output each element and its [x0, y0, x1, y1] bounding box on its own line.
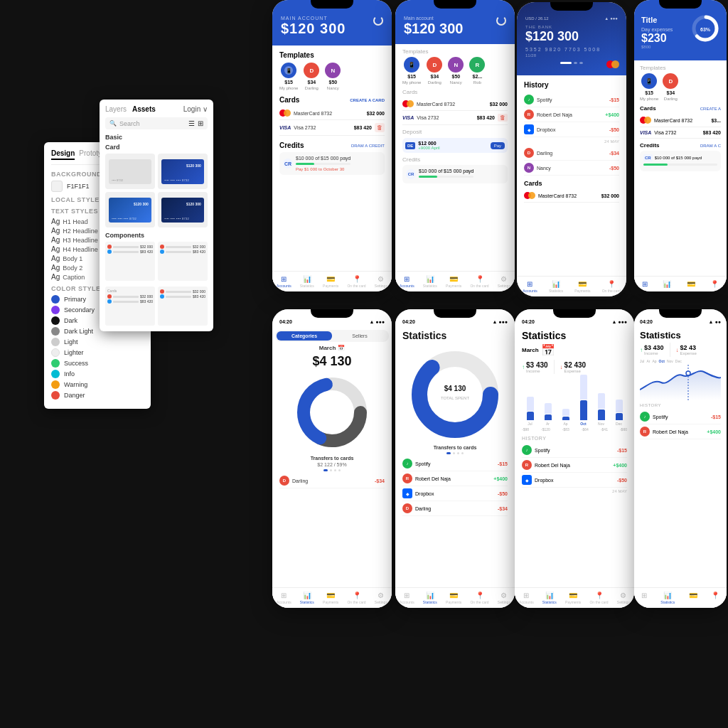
donut-chart-6: $4 130 TOTAL SPENT [395, 348, 515, 441]
nav8-payments[interactable]: 💳 [689, 592, 697, 604]
transfers-label-6: Transfers to cards [395, 445, 515, 450]
phone-stats-bar: 04:20 ▲●●● Statistics March 📅 ↑ $3 430 I… [515, 309, 634, 608]
svg-text:63%: 63% [700, 27, 711, 32]
phone-notch-7 [553, 309, 596, 318]
nav3-statistics[interactable]: 📊 Statistics [549, 280, 563, 293]
template-nancy: N $50 Nancy [325, 63, 341, 90]
nav6-statistics[interactable]: 📊 Statistics [423, 592, 437, 604]
nav2-settings[interactable]: ⚙ Settings [498, 275, 510, 288]
search-placeholder[interactable]: Search [119, 120, 186, 127]
nav6-payments[interactable]: 💳 Payments [446, 592, 461, 604]
delete-icon[interactable]: 🗑 [375, 123, 385, 132]
template-2-darling: D $34 Darling [427, 57, 442, 85]
assets-tab[interactable]: Assets [132, 105, 156, 113]
login-button[interactable]: Login ∨ [183, 105, 208, 113]
pay-button[interactable]: Pay [491, 142, 505, 149]
nav-payments[interactable]: 💳 Payments [323, 275, 338, 288]
list-view-icon[interactable]: ☰ [188, 119, 195, 127]
nav4-payments[interactable]: 💳 [687, 280, 695, 288]
income-amount-7: $3 430 [526, 361, 548, 369]
cal-icon-7[interactable]: 📅 [541, 343, 555, 357]
nav4-statistics[interactable]: 📊 [663, 280, 671, 288]
component-preview-1: $32 000 $83 420 [105, 242, 155, 281]
delete-icon-2[interactable]: 🗑 [498, 114, 508, 122]
calendar-icon-5[interactable]: 📅 [338, 345, 345, 351]
nav7-settings[interactable]: ⚙ Settings [617, 592, 630, 604]
nav3-accounts[interactable]: ⊞ Accounts [523, 280, 537, 293]
sellers-tab[interactable]: Sellers [332, 331, 387, 341]
nav3-payments[interactable]: 💳 Payments [574, 280, 590, 293]
nav-on-card[interactable]: 📍 On the card [347, 275, 365, 288]
template-2-rob: R $2... Rob [469, 57, 485, 85]
nav7-accounts[interactable]: ⊞ Accounts [519, 592, 534, 604]
transfers-label-5: Transfers to cards [272, 456, 392, 461]
hist8-robert: R Robert Del Naja +$400 [640, 424, 721, 439]
nav8-on-card[interactable]: 📍 [711, 592, 719, 604]
hist7-date: 24 MAY [522, 489, 627, 493]
account-amount: $120 300 [281, 21, 346, 37]
layers-tab[interactable]: Layers [105, 105, 127, 113]
background-swatch[interactable] [51, 181, 63, 192]
nav2-statistics[interactable]: 📊 Statistics [423, 275, 437, 288]
template-2-nancy: N $50 Nancy [448, 57, 464, 85]
nav5-statistics[interactable]: 📊 Statistics [300, 592, 314, 604]
month-7: March [522, 347, 539, 353]
card-preview-2: $120 300 •••• •••• •••• 8732 [158, 154, 208, 189]
nav7-payments[interactable]: 💳 Payments [565, 592, 581, 604]
phone-notch-4 [659, 0, 702, 9]
nav7-statistics[interactable]: 📊 Statistics [542, 592, 557, 604]
month-row-5: March 📅 [272, 345, 392, 351]
card-preview-4: $120 300 •••• •••• •••• 8732 [158, 192, 208, 228]
income-arrow: ↑ [522, 364, 525, 370]
nav6-accounts[interactable]: ⊞ Accounts [400, 592, 414, 604]
grid-view-icon[interactable]: ⊞ [198, 119, 203, 127]
nav5-on-card[interactable]: 📍 On the card [347, 592, 365, 604]
nav5-settings[interactable]: ⚙ Settings [375, 592, 387, 604]
nav3-on-card[interactable]: 📍 On the card [602, 280, 621, 293]
history-label-7: HISTORY [522, 436, 627, 441]
nav2-payments[interactable]: 💳 Payments [446, 275, 461, 288]
nav2-accounts[interactable]: ⊞ Accounts [400, 275, 414, 288]
account-label-2: Main account [404, 16, 463, 21]
templates-heading-2: Templates [402, 48, 508, 55]
nav-accounts[interactable]: ⊞ Accounts [277, 275, 291, 288]
settings-icon: ⚙ [378, 275, 384, 283]
nav6-on-card[interactable]: 📍 On the card [470, 592, 488, 604]
account-label: MAIN ACCOUNT [281, 16, 346, 21]
nav8-statistics[interactable]: 📊 Statistics [660, 592, 675, 604]
create-card-button[interactable]: CREATE A CARD [350, 98, 385, 102]
phone-notch-6 [434, 309, 476, 318]
categories-tab[interactable]: Categories [277, 331, 332, 341]
nav4-accounts[interactable]: ⊞ [642, 280, 648, 288]
hist8-spotify: ♪ Spotify -$15 [640, 410, 721, 424]
design-tab[interactable]: Design [51, 149, 75, 160]
nav2-on-card[interactable]: 📍 On the card [470, 275, 488, 288]
nav8-accounts[interactable]: ⊞ [641, 592, 647, 604]
history-robert: R Robert Del Naja +$400 [524, 107, 619, 122]
nav5-payments[interactable]: 💳 Payments [323, 592, 338, 604]
bottom-nav-7: ⊞ Accounts 📊 Statistics 💳 Payments 📍 On … [515, 587, 634, 608]
title-draw-credit[interactable]: DRAW A C [700, 144, 721, 148]
transfers-amount-5: $2 122 / 59% [272, 462, 392, 467]
color-success: Success [51, 359, 144, 368]
assets-panel: Layers Assets Login ∨ 🔍 Search ☰ ⊞ Basic… [100, 100, 213, 331]
draw-credit-button[interactable]: DRAW A CREDIT [351, 144, 385, 148]
spotify-icon: ♪ [524, 95, 534, 105]
bottom-nav-6: ⊞ Accounts 📊 Statistics 💳 Payments 📍 On … [395, 587, 515, 608]
nav7-on-card[interactable]: 📍 On the card [589, 592, 608, 604]
expense-8: $2 43 [680, 344, 697, 351]
card-preview-1: •••• 8732 [105, 154, 155, 189]
nav-settings[interactable]: ⚙ Settings [375, 275, 387, 288]
components-label: Components [105, 232, 208, 239]
nav6-settings[interactable]: ⚙ Settings [498, 592, 510, 604]
credit-item: CR $10 000 of $15 000 payd Pay $1 000 to… [279, 152, 385, 175]
card-visa: VISA Visa 2732 $83 420 🗑 [279, 120, 385, 136]
cards-heading-2: Cards [402, 89, 508, 95]
credit-item-2: CR $10 000 of $15 000 payd [402, 165, 508, 183]
title-create-card[interactable]: CREATE A [700, 107, 721, 111]
month-label-5: March [319, 345, 336, 351]
svg-point-11 [430, 370, 480, 419]
nav4-on-card[interactable]: 📍 [710, 280, 719, 288]
nav5-accounts[interactable]: ⊞ Accounts [277, 592, 291, 604]
nav-statistics[interactable]: 📊 Statistics [300, 275, 314, 288]
